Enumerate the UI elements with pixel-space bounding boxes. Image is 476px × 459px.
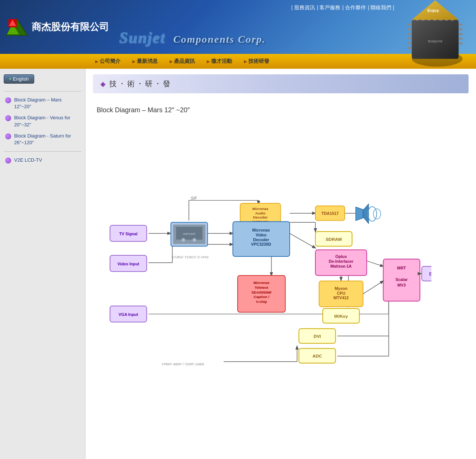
svg-text:SDRAM: SDRAM [326,237,342,242]
svg-rect-6 [408,24,412,26]
svg-text:VPC3230D: VPC3230D [251,242,271,246]
svg-text:Micronas: Micronas [253,281,270,285]
svg-rect-14 [459,33,463,35]
svg-rect-10 [408,42,412,44]
svg-text:BodyUnit: BodyUnit [428,39,443,43]
svg-text:VHF/UHF: VHF/UHF [183,232,196,236]
nav-partner[interactable]: | 合作夥伴 [342,4,366,11]
svg-rect-11 [408,47,412,49]
svg-text:Caption /: Caption / [254,295,269,299]
svg-text:Matisse-1A: Matisse-1A [331,264,352,268]
nav-item-tech[interactable]: ▶ 技術研發 [238,54,275,69]
brand-area: Sunjet Components Corp. [119,29,402,46]
svg-text:IR/Key: IR/Key [334,314,348,319]
nav-stock[interactable]: | 股務資訊 [291,4,315,11]
nav-item-about[interactable]: ▶ 公司簡介 [89,54,126,69]
sidebar-divider-2 [4,151,81,152]
svg-text:Display: Display [429,272,431,276]
sidebar-icon [5,133,11,139]
svg-rect-13 [459,28,463,30]
main-content: ◆ 技・術・研・發 Block Diagram – Mars 12″ ~20″ [86,69,476,459]
svg-text:De-Interlacer: De-Interlacer [329,259,354,264]
main-layout: English Block Diagram – Mars 12"~20" Blo… [0,69,476,459]
svg-text:MV3: MV3 [398,283,406,287]
tech-banner: ◆ 技・術・研・發 [93,74,469,93]
svg-text:Audio: Audio [255,211,266,215]
svg-marker-60 [356,207,363,220]
svg-text:YPbPr 480P / 720P/ 1080i: YPbPr 480P / 720P/ 1080i [161,362,205,366]
svg-text:Oplus: Oplus [335,254,347,259]
svg-text:SDA5550M/: SDA5550M/ [251,290,271,294]
svg-text:Myson: Myson [335,286,347,291]
svg-text:Video: Video [255,233,267,237]
sidebar-item-saturn[interactable]: Block Diagram - Saturn for 26"~120" [4,130,81,148]
sidebar-divider [4,91,81,91]
svg-text:DVI: DVI [313,334,321,339]
svg-text:TV Signal: TV Signal [119,232,137,236]
nav-item-products[interactable]: ▶ 產品資訊 [164,54,201,69]
svg-text:Micronas: Micronas [252,228,270,232]
svg-text:SIF: SIF [191,196,197,200]
sidebar-item-venus[interactable]: Block Diagram - Venus for 20"~32" [4,112,81,130]
svg-text:Video Input: Video Input [118,262,139,266]
svg-text:CVBS/ YCbCr/ S-VHS: CVBS/ YCbCr/ S-VHS [172,255,209,259]
tech-title: 技・術・研・發 [109,79,172,89]
tech-diamond-icon: ◆ [100,80,106,88]
block-diagram: Micronas Audio Decoder MSP3450 TDA1517 S… [97,123,431,391]
svg-point-62 [368,207,377,221]
brand-subtitle: Components Corp. [173,33,266,45]
svg-line-114 [363,281,383,294]
svg-text:Decoder: Decoder [253,237,269,242]
sidebar-icon [5,97,11,103]
svg-text:CPU: CPU [337,291,345,295]
diagram-area: Block Diagram – Mars 12″ ~20″ [86,99,476,400]
svg-point-72 [193,238,196,242]
svg-point-71 [181,238,185,242]
nav-item-careers[interactable]: ▶ 徵才活動 [201,54,238,69]
sidebar-icon-v2e [5,158,11,164]
chip-illustration: Enjoy BodyUnit [394,0,472,71]
svg-text:MRT: MRT [397,266,406,270]
svg-text:ADC: ADC [312,353,322,359]
svg-rect-7 [408,28,412,30]
svg-rect-15 [459,38,463,40]
svg-text:Scalar: Scalar [396,277,408,282]
top-nav[interactable]: | 股務資訊 | 客戶服務 | 合作夥伴 | 聯絡我們 | [291,4,394,11]
brand-name: Sunjet Components Corp. [119,29,266,46]
svg-text:Micronas: Micronas [252,207,268,211]
sidebar-item-v2e[interactable]: V2E LCD-TV [4,155,81,166]
english-button[interactable]: English [4,74,34,84]
company-name: 商杰股份有限公司 [32,20,109,33]
svg-text:VGA Input: VGA Input [119,312,138,317]
svg-text:Enjoy: Enjoy [427,8,439,13]
svg-rect-12 [459,24,463,26]
svg-rect-9 [408,38,412,40]
svg-text:V-chip: V-chip [256,300,267,304]
svg-text:Teletext: Teletext [255,285,268,290]
svg-rect-16 [459,42,463,44]
sidebar-icon [5,115,11,121]
nav-contact[interactable]: | 聯絡我們 | [368,4,394,11]
svg-rect-8 [408,33,412,35]
sidebar: English Block Diagram – Mars 12"~20" Blo… [0,69,86,459]
svg-text:TDA1517: TDA1517 [321,211,338,216]
logo-area: 商杰股份有限公司 [0,18,109,36]
svg-line-41 [367,261,383,266]
diagram-title: Block Diagram – Mars 12″ ~20″ [97,106,465,114]
sidebar-item-mars[interactable]: Block Diagram – Mars 12"~20" [4,94,81,112]
svg-line-36 [290,233,315,248]
header: 商杰股份有限公司 | 股務資訊 | 客戶服務 | 合作夥伴 | 聯絡我們 | S… [0,0,476,54]
nav-item-news[interactable]: ▶ 最新消息 [126,54,164,69]
logo-icon [6,18,28,36]
nav-customer[interactable]: | 客戶服務 [317,4,341,11]
svg-text:Decoder: Decoder [253,215,268,219]
svg-text:MTV412: MTV412 [334,295,349,300]
